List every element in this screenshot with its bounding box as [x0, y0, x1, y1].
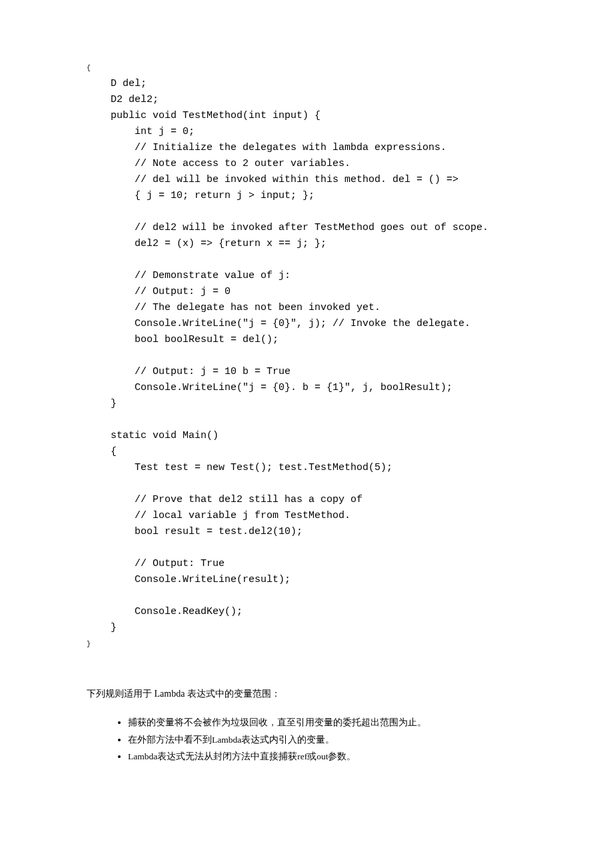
code-line: // local variable j from TestMethod.	[87, 510, 350, 521]
code-line: D2 del2;	[87, 94, 159, 105]
code-line: // del2 will be invoked after TestMethod…	[87, 222, 488, 233]
code-line: static void Main()	[87, 430, 219, 441]
code-line: {	[87, 65, 91, 72]
rules-list: 捕获的变量将不会被作为垃圾回收，直至引用变量的委托超出范围为止。 在外部方法中看…	[87, 714, 526, 765]
code-line: // del will be invoked within this metho…	[87, 174, 458, 185]
code-line: }	[87, 398, 117, 409]
code-line: // Initialize the delegates with lambda …	[87, 142, 446, 153]
code-line: // The delegate has not been invoked yet…	[87, 302, 380, 313]
code-line: // Output: j = 0	[87, 286, 231, 297]
list-item: Lambda表达式无法从封闭方法中直接捕获ref或out参数。	[128, 748, 526, 765]
code-line: // Prove that del2 still has a copy of	[87, 494, 362, 505]
code-line: Console.WriteLine("j = {0}", j); // Invo…	[87, 318, 470, 329]
code-line: }	[87, 622, 117, 633]
list-item: 在外部方法中看不到Lambda表达式内引入的变量。	[128, 731, 526, 749]
code-line: { j = 10; return j > input; };	[87, 190, 314, 201]
code-line: public void TestMethod(int input) {	[87, 110, 320, 121]
list-item: 捕获的变量将不会被作为垃圾回收，直至引用变量的委托超出范围为止。	[128, 714, 526, 731]
code-line: Console.WriteLine(result);	[87, 574, 291, 585]
code-line: bool result = test.del2(10);	[87, 526, 303, 537]
code-line: }	[87, 641, 91, 648]
code-line: Console.WriteLine("j = {0}. b = {1}", j,…	[87, 382, 452, 393]
code-line: D del;	[87, 78, 147, 89]
code-line: // Output: True	[87, 558, 225, 569]
code-line: int j = 0;	[87, 126, 195, 137]
code-line: Console.ReadKey();	[87, 606, 243, 617]
code-line: Test test = new Test(); test.TestMethod(…	[87, 462, 392, 473]
code-line: {	[87, 446, 117, 457]
rules-paragraph: 下列规则适用于 Lambda 表达式中的变量范围：	[87, 685, 526, 702]
code-line: bool boolResult = del();	[87, 334, 279, 345]
code-block: { D del; D2 del2; public void TestMethod…	[87, 60, 526, 652]
code-line: // Output: j = 10 b = True	[87, 366, 291, 377]
code-line: // Demonstrate value of j:	[87, 270, 291, 281]
code-line: del2 = (x) => {return x == j; };	[87, 238, 326, 249]
code-line: // Note access to 2 outer variables.	[87, 158, 350, 169]
